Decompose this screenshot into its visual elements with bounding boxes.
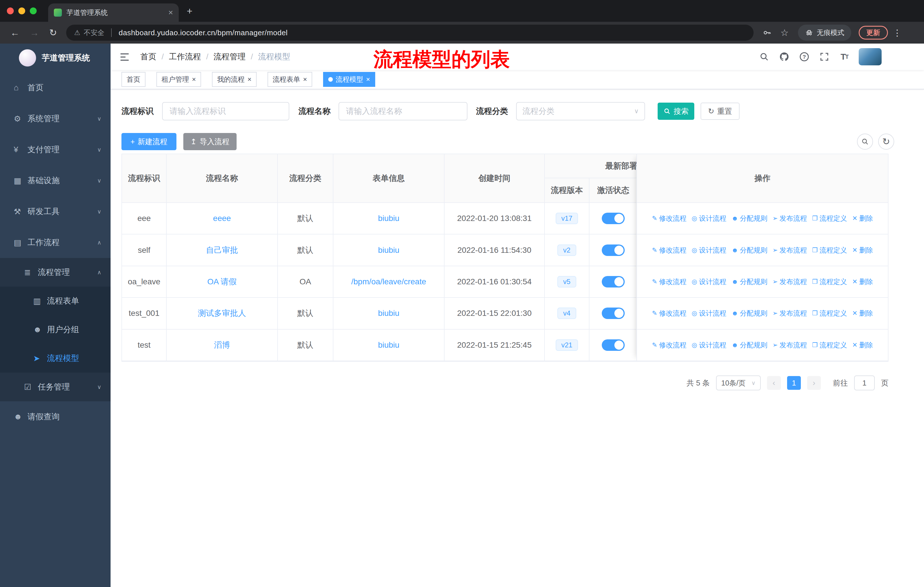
tag-3[interactable]: 流程表单 × [267, 72, 312, 87]
delete-link[interactable]: ✕ 删除 [852, 309, 873, 318]
sidebar-item-process-mgmt[interactable]: ≣ 流程管理 ∧ [0, 258, 111, 287]
update-button[interactable]: 更新 [859, 26, 888, 40]
sidebar-item-home[interactable]: ⌂ 首页 [0, 72, 111, 103]
sidebar-item-devtools[interactable]: ⚒ 研发工具 ∨ [0, 196, 111, 227]
design-process-link[interactable]: ◎ 设计流程 [692, 309, 726, 318]
process-name-link[interactable]: 测试多审批人 [198, 308, 246, 319]
github-icon[interactable] [779, 51, 790, 63]
active-status-toggle[interactable] [602, 213, 625, 224]
address-bar[interactable]: ⚠ 不安全 dashboard.yudao.iocoder.cn/bpm/man… [66, 25, 754, 41]
edit-process-link[interactable]: ✎ 修改流程 [652, 214, 686, 223]
sidebar-item-system[interactable]: ⚙ 系统管理 ∨ [0, 103, 111, 134]
sidebar-item-task-mgmt[interactable]: ☑ 任务管理 ∨ [0, 373, 111, 401]
forward-icon[interactable]: → [30, 28, 39, 37]
form-info-link[interactable]: biubiu [378, 214, 399, 223]
edit-process-link[interactable]: ✎ 修改流程 [652, 277, 686, 286]
design-process-link[interactable]: ◎ 设计流程 [692, 246, 726, 255]
breadcrumb-workflow[interactable]: 工作流程 [169, 51, 201, 62]
sidebar-item-infrastructure[interactable]: ▦ 基础设施 ∨ [0, 165, 111, 196]
form-info-link[interactable]: biubiu [378, 246, 399, 255]
user-avatar[interactable] [859, 48, 882, 65]
tag-0[interactable]: 首页 [121, 72, 145, 87]
assign-rule-link[interactable]: ☻ 分配规则 [731, 309, 767, 318]
process-definition-link[interactable]: ❐ 流程定义 [812, 246, 847, 255]
import-process-button[interactable]: ↥ 导入流程 [183, 133, 237, 150]
reload-icon[interactable]: ↻ [49, 28, 57, 37]
sidebar-item-leave-query[interactable]: ☻ 请假查询 [0, 401, 111, 432]
process-definition-link[interactable]: ❐ 流程定义 [812, 341, 847, 350]
window-close-button[interactable] [7, 7, 14, 14]
publish-process-link[interactable]: ➢ 发布流程 [772, 214, 807, 223]
form-info-link[interactable]: biubiu [378, 341, 399, 350]
browser-menu-icon[interactable]: ⋮ [893, 28, 902, 38]
search-icon[interactable] [759, 51, 770, 63]
goto-page-input[interactable] [854, 375, 875, 390]
assign-rule-link[interactable]: ☻ 分配规则 [731, 341, 767, 350]
delete-link[interactable]: ✕ 删除 [852, 341, 873, 350]
tag-4[interactable]: 流程模型 × [323, 72, 375, 87]
process-key-input[interactable] [162, 102, 289, 121]
sidebar-item-process-model[interactable]: ➤ 流程模型 [0, 344, 111, 373]
search-button[interactable]: 搜索 [658, 103, 694, 120]
tag-close-icon[interactable]: × [192, 76, 196, 83]
process-name-link[interactable]: 自己审批 [206, 245, 238, 256]
window-minimize-button[interactable] [18, 7, 25, 14]
process-name-link[interactable]: eeee [213, 214, 231, 223]
publish-process-link[interactable]: ➢ 发布流程 [772, 341, 807, 350]
breadcrumb-process-mgmt[interactable]: 流程管理 [214, 51, 246, 62]
form-info-link[interactable]: biubiu [378, 309, 399, 318]
tag-2[interactable]: 我的流程 × [212, 72, 257, 87]
assign-rule-link[interactable]: ☻ 分配规则 [731, 214, 767, 223]
form-info-link[interactable]: /bpm/oa/leave/create [351, 277, 426, 286]
fullscreen-icon[interactable] [818, 51, 830, 63]
publish-process-link[interactable]: ➢ 发布流程 [772, 309, 807, 318]
edit-process-link[interactable]: ✎ 修改流程 [652, 309, 686, 318]
process-name-link[interactable]: 滔博 [214, 340, 230, 351]
design-process-link[interactable]: ◎ 设计流程 [692, 341, 726, 350]
url-text[interactable]: dashboard.yudao.iocoder.cn/bpm/manager/m… [119, 28, 287, 37]
reset-button[interactable]: ↻ 重置 [701, 103, 739, 120]
tag-1[interactable]: 租户管理 × [157, 72, 201, 87]
delete-link[interactable]: ✕ 删除 [852, 277, 873, 286]
publish-process-link[interactable]: ➢ 发布流程 [772, 277, 807, 286]
process-name-link[interactable]: OA 请假 [207, 276, 237, 287]
page-1-button[interactable]: 1 [787, 376, 801, 390]
assign-rule-link[interactable]: ☻ 分配规则 [731, 277, 767, 286]
sidebar-item-process-form[interactable]: ▥ 流程表单 [0, 287, 111, 315]
sidebar-item-payment[interactable]: ¥ 支付管理 ∨ [0, 134, 111, 165]
next-page-button[interactable]: › [807, 376, 821, 390]
password-key-icon[interactable] [762, 28, 772, 38]
assign-rule-link[interactable]: ☻ 分配规则 [731, 246, 767, 255]
publish-process-link[interactable]: ➢ 发布流程 [772, 246, 807, 255]
process-definition-link[interactable]: ❐ 流程定义 [812, 309, 847, 318]
tab-close-icon[interactable]: × [168, 8, 173, 17]
edit-process-link[interactable]: ✎ 修改流程 [652, 246, 686, 255]
edit-process-link[interactable]: ✎ 修改流程 [652, 341, 686, 350]
delete-link[interactable]: ✕ 删除 [852, 214, 873, 223]
back-icon[interactable]: ← [10, 28, 20, 37]
active-status-toggle[interactable] [602, 276, 625, 288]
sidebar-item-user-group[interactable]: ☻ 用户分组 [0, 315, 111, 344]
tag-close-icon[interactable]: × [366, 76, 370, 83]
process-definition-link[interactable]: ❐ 流程定义 [812, 214, 847, 223]
tag-close-icon[interactable]: × [248, 76, 251, 83]
bookmark-star-icon[interactable]: ☆ [780, 27, 789, 38]
page-size-select[interactable]: 10条/页 ∨ [716, 375, 761, 390]
browser-tab[interactable]: 芋道管理系统 × [48, 3, 179, 22]
tag-close-icon[interactable]: × [303, 76, 307, 83]
create-process-button[interactable]: + 新建流程 [121, 133, 177, 150]
security-label[interactable]: 不安全 [84, 28, 104, 37]
sidebar-item-workflow[interactable]: ▤ 工作流程 ∧ [0, 227, 111, 258]
active-status-toggle[interactable] [602, 339, 625, 351]
refresh-table-button[interactable]: ↻ [878, 134, 894, 150]
active-status-toggle[interactable] [602, 245, 625, 256]
active-status-toggle[interactable] [602, 308, 625, 319]
new-tab-button[interactable]: + [187, 5, 193, 17]
help-icon[interactable]: ? [799, 51, 810, 63]
hamburger-icon[interactable] [119, 51, 130, 63]
delete-link[interactable]: ✕ 删除 [852, 246, 873, 255]
design-process-link[interactable]: ◎ 设计流程 [692, 277, 726, 286]
font-size-icon[interactable]: TT [839, 51, 850, 63]
process-definition-link[interactable]: ❐ 流程定义 [812, 277, 847, 286]
sidebar-logo[interactable]: 芋道管理系统 [0, 43, 111, 72]
